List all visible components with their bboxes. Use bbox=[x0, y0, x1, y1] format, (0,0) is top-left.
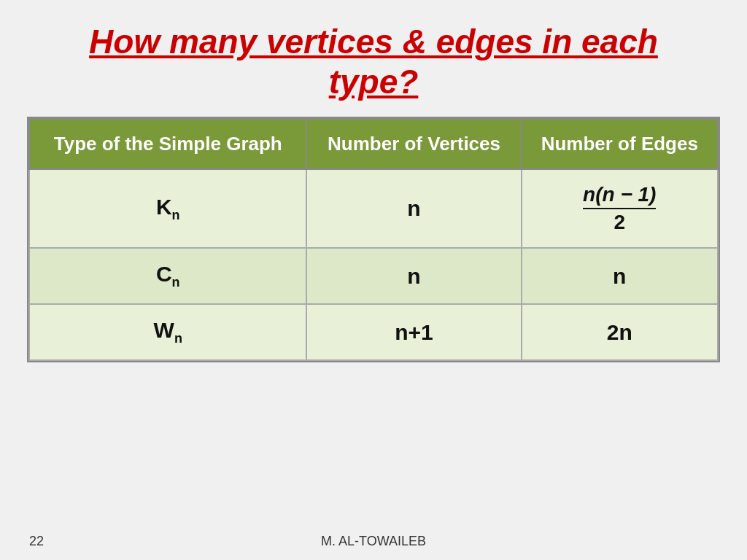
type-cn: Cn bbox=[29, 248, 306, 304]
table-row: Wn n+1 2n bbox=[29, 304, 718, 360]
vertices-wn: n+1 bbox=[306, 304, 521, 360]
table-row: Cn n n bbox=[29, 248, 718, 304]
wn-subscript: n bbox=[174, 331, 182, 346]
col-header-vertices: Number of Vertices bbox=[306, 119, 521, 169]
edges-wn: 2n bbox=[522, 304, 718, 360]
edges-cn: n bbox=[522, 248, 718, 304]
author-name: M. AL-TOWAILEB bbox=[321, 534, 426, 549]
edges-kn: n(n − 1) 2 bbox=[522, 169, 718, 248]
cn-subscript: n bbox=[172, 275, 180, 289]
col-header-type: Type of the Simple Graph bbox=[29, 119, 306, 169]
vertices-cn: n bbox=[306, 248, 521, 304]
page-number: 22 bbox=[29, 534, 44, 549]
table-body: Kn n n(n − 1) 2 Cn n n bbox=[29, 169, 718, 360]
type-kn: Kn bbox=[29, 169, 306, 248]
graph-table: Type of the Simple Graph Number of Verti… bbox=[28, 118, 719, 361]
kn-subscript: n bbox=[172, 208, 180, 222]
table-row: Kn n n(n − 1) 2 bbox=[29, 169, 718, 248]
type-wn: Wn bbox=[29, 304, 306, 360]
slide-title: How many vertices & edges in each type? bbox=[89, 22, 658, 102]
fraction-numerator: n(n − 1) bbox=[583, 183, 656, 209]
header-row: Type of the Simple Graph Number of Verti… bbox=[29, 119, 718, 169]
title-text: How many vertices & edges in each type? bbox=[89, 22, 658, 102]
vertices-kn: n bbox=[306, 169, 521, 248]
title-line1: How many vertices & edges in each bbox=[89, 23, 658, 61]
main-table-container: Type of the Simple Graph Number of Verti… bbox=[27, 117, 720, 362]
slide: How many vertices & edges in each type? … bbox=[0, 0, 747, 560]
col-header-edges: Number of Edges bbox=[522, 119, 718, 169]
table-header: Type of the Simple Graph Number of Verti… bbox=[29, 119, 718, 169]
fraction-kn: n(n − 1) 2 bbox=[583, 183, 656, 234]
title-line2: type? bbox=[329, 63, 419, 101]
fraction-denominator: 2 bbox=[583, 209, 656, 234]
